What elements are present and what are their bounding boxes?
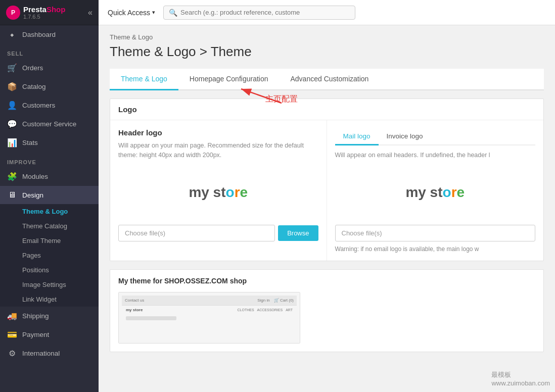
sidebar-item-customer-service[interactable]: 💬 Customer Service [0, 115, 99, 133]
sidebar-item-label: Shipping [22, 312, 49, 320]
sidebar-item-label: International [22, 350, 60, 357]
page-title: Theme & Logo > Theme [110, 44, 544, 60]
mystore-logo-header: my store [189, 184, 248, 201]
theme-card: My theme for SHOP.OSSEZ.COM shop Contact… [110, 269, 544, 352]
header-logo-preview: my store [118, 167, 318, 218]
search-box: 🔍 [163, 6, 355, 20]
content-area: Theme & Logo Theme & Logo > Theme Theme … [99, 25, 555, 392]
sidebar-item-orders[interactable]: 🛒 Orders [0, 59, 99, 77]
logo-grid: Header logo Will appear on your main pag… [110, 120, 543, 261]
design-icon: 🖥 [7, 190, 17, 200]
header-logo-file-input[interactable]: Choose file(s) [118, 225, 275, 241]
sidebar: P PrestaShop 1.7.6.5 « ⬥ Dashboard SELL … [0, 0, 99, 392]
mail-logo-file-row: Choose file(s) [335, 225, 536, 241]
annotation-container: Theme & Logo Homepage Configuration Adva… [110, 69, 544, 90]
quick-access-label: Quick Access [108, 9, 150, 17]
sidebar-item-label: Orders [22, 64, 43, 72]
sidebar-section-sell: SELL [0, 43, 99, 59]
tab-advanced-customization[interactable]: Advanced Customization [280, 69, 380, 90]
sidebar-item-dashboard[interactable]: ⬥ Dashboard [0, 25, 99, 43]
sidebar-item-label: Customers [22, 102, 55, 109]
sidebar-sub-email-theme[interactable]: Email Theme [0, 233, 99, 248]
search-icon: 🔍 [169, 9, 177, 17]
quick-access-button[interactable]: Quick Access ▾ [108, 9, 155, 17]
breadcrumb: Theme & Logo [110, 33, 544, 41]
theme-preview-box: Contact us Sign in 🛒 Cart (0) my store C… [118, 292, 300, 344]
content-inner: Theme & Logo Theme & Logo > Theme Theme … [99, 25, 555, 362]
sidebar-section-improve: IMPROVE [0, 152, 99, 167]
quick-access-chevron-icon: ▾ [152, 9, 155, 16]
theme-section-title: My theme for SHOP.OSSEZ.COM shop [110, 270, 543, 292]
mail-invoice-tabs: Mail logo Invoice logo [335, 128, 536, 145]
sidebar-item-label: Modules [22, 173, 48, 180]
sidebar-item-catalog[interactable]: 📦 Catalog [0, 77, 99, 96]
logo-card-title: Logo [110, 99, 543, 120]
mystore-logo-mail: my store [405, 184, 465, 201]
app-version: 1.7.6.5 [23, 14, 65, 20]
sidebar-item-stats[interactable]: 📊 Stats [0, 133, 99, 152]
search-input[interactable] [180, 9, 350, 16]
sidebar-item-label: Catalog [22, 83, 46, 90]
sidebar-item-label: Customer Service [22, 120, 76, 128]
sidebar-item-label: Dashboard [22, 31, 56, 38]
app-name: PrestaShop [23, 5, 65, 14]
sidebar-item-label: Stats [22, 139, 38, 146]
sidebar-item-shipping[interactable]: 🚚 Shipping [0, 307, 99, 325]
tabs-bar: Theme & Logo Homepage Configuration Adva… [110, 69, 544, 90]
header-logo-col: Header logo Will appear on your main pag… [110, 120, 327, 261]
theme-preview-area: Contact us Sign in 🛒 Cart (0) my store C… [110, 292, 543, 352]
mail-logo-warning: Warning: if no email logo is available, … [335, 246, 536, 253]
sidebar-design-submenu: Theme & Logo Theme Catalog Email Theme P… [0, 204, 99, 307]
sidebar-sub-positions[interactable]: Positions [0, 263, 99, 277]
mail-logo-file-input[interactable]: Choose file(s) [335, 225, 536, 241]
sidebar-sub-theme-catalog[interactable]: Theme Catalog [0, 219, 99, 233]
header-logo-file-row: Choose file(s) Browse [118, 225, 318, 241]
sidebar-collapse-button[interactable]: « [88, 8, 92, 17]
payment-icon: 💳 [7, 330, 17, 339]
orders-icon: 🛒 [7, 63, 17, 73]
header-logo-title: Header logo [118, 128, 318, 137]
sidebar-logo: P PrestaShop 1.7.6.5 [6, 5, 65, 20]
header-logo-browse-button[interactable]: Browse [278, 225, 318, 241]
catalog-icon: 📦 [7, 82, 17, 91]
prestashop-logo-icon: P [6, 6, 20, 20]
customers-icon: 👤 [7, 101, 17, 110]
tab-mail-logo[interactable]: Mail logo [335, 128, 379, 145]
modules-icon: 🧩 [7, 172, 17, 181]
international-icon: ⚙ [7, 349, 17, 358]
sidebar-item-modules[interactable]: 🧩 Modules [0, 167, 99, 186]
stats-icon: 📊 [7, 138, 17, 148]
mail-logo-desc: Will appear on email headers. If undefin… [335, 151, 536, 160]
sidebar-item-label: Design [22, 191, 43, 199]
sidebar-item-customers[interactable]: 👤 Customers [0, 96, 99, 115]
sidebar-sub-pages[interactable]: Pages [0, 248, 99, 263]
main-content: Quick Access ▾ 🔍 Theme & Logo Theme & Lo… [99, 0, 555, 392]
sidebar-item-international[interactable]: ⚙ International [0, 344, 99, 363]
sidebar-sub-image-settings[interactable]: Image Settings [0, 277, 99, 292]
sidebar-item-payment[interactable]: 💳 Payment [0, 325, 99, 344]
tab-invoice-logo[interactable]: Invoice logo [379, 128, 431, 145]
mail-logo-col: Mail logo Invoice logo Will appear on em… [327, 120, 544, 261]
logo-card: Logo Header logo Will appear on your mai… [110, 99, 544, 261]
mail-logo-preview: my store [335, 167, 536, 218]
sidebar-sub-link-widget[interactable]: Link Widget [0, 292, 99, 307]
sidebar-item-label: Payment [22, 331, 49, 338]
topbar: Quick Access ▾ 🔍 [99, 0, 555, 25]
customer-service-icon: 💬 [7, 119, 17, 129]
tab-homepage-config[interactable]: Homepage Configuration [178, 69, 280, 90]
sidebar-header: P PrestaShop 1.7.6.5 « [0, 0, 99, 25]
tab-theme-logo[interactable]: Theme & Logo [110, 69, 178, 90]
sidebar-item-design[interactable]: 🖥 Design [0, 186, 99, 204]
shipping-icon: 🚚 [7, 311, 17, 321]
theme-preview-image: Contact us Sign in 🛒 Cart (0) my store C… [119, 292, 300, 343]
dashboard-icon: ⬥ [7, 30, 17, 39]
sidebar-sub-theme-logo[interactable]: Theme & Logo [0, 204, 99, 219]
header-logo-desc: Will appear on your main page. Recommend… [118, 141, 318, 160]
